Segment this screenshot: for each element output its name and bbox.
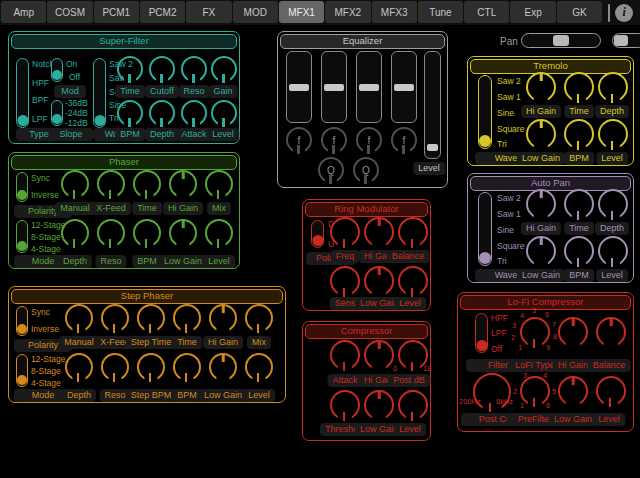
mix-knob[interactable] [245,304,273,332]
low-gain-knob[interactable] [558,376,588,406]
threshold-knob[interactable] [330,390,360,420]
level-knob[interactable] [398,266,428,296]
polarity-thumb[interactable] [17,190,27,200]
tab-mfx2[interactable]: MFX2 [325,1,370,23]
bpm-knob[interactable] [564,119,594,149]
eq-freq-knob[interactable]: f [321,127,347,153]
x-feed-knob[interactable] [97,170,125,198]
level-knob[interactable] [205,219,233,247]
low-gain-knob[interactable] [364,266,394,296]
sf-wave-slider-thumb[interactable] [94,115,105,126]
pan-slider-thumb[interactable] [553,35,569,46]
tab-exp[interactable]: Exp [510,1,555,23]
eq-band-slider[interactable] [321,51,347,123]
rm-polarity-thumb[interactable] [312,235,323,246]
level-knob[interactable] [398,390,428,420]
filter-type-slider-thumb[interactable] [17,115,28,126]
eq-freq-knob[interactable]: f [356,127,382,153]
time-knob[interactable] [133,170,161,198]
x-feed-knob[interactable] [101,304,129,332]
freq-knob[interactable] [330,217,360,247]
tab-mod[interactable]: MOD [233,1,278,23]
power-toggle-thumb[interactable] [52,70,62,80]
level-knob[interactable] [211,100,237,126]
mix-knob[interactable] [205,170,233,198]
attack-knob[interactable] [330,340,360,370]
hi-gain-knob[interactable] [526,72,556,102]
eq-band-slider[interactable] [356,51,382,123]
reso-knob[interactable] [101,353,129,381]
manual-knob[interactable] [65,304,93,332]
tab-amp[interactable]: Amp [1,1,46,23]
time-knob[interactable] [564,189,594,219]
reso-knob[interactable] [181,56,207,82]
eq-band-thumb[interactable] [289,84,309,91]
tab-fx[interactable]: FX [186,1,231,23]
tab-mfx1[interactable]: MFX1 [279,1,324,23]
level-knob[interactable] [598,236,628,266]
hi-gain-knob[interactable] [169,170,197,198]
time-knob[interactable] [564,72,594,102]
reso-knob[interactable] [97,219,125,247]
auto-pan-wave-slider[interactable] [478,192,492,266]
right-edge-slider-thumb[interactable] [614,35,628,46]
tab-pcm1[interactable]: PCM1 [94,1,139,23]
tab-gk[interactable]: GK [557,1,602,23]
eq-q-knob[interactable]: Q [353,157,379,183]
low-gain-knob[interactable] [526,236,556,266]
tremolo-wave-slider[interactable] [478,75,492,149]
depth-knob[interactable] [65,353,93,381]
bpm-knob[interactable] [564,236,594,266]
depth-knob[interactable] [149,100,175,126]
eq-band-slider[interactable] [286,51,312,123]
bpm-knob[interactable] [117,100,143,126]
eq-band-thumb[interactable] [324,84,344,91]
attack-knob[interactable] [181,100,207,126]
eq-band-thumb[interactable] [359,84,379,91]
cutoff-knob[interactable] [149,56,175,82]
mod-button[interactable]: Mod [54,85,86,98]
time-knob[interactable] [173,304,201,332]
eq-level-thumb[interactable] [427,144,438,151]
slope-slider-thumb[interactable] [52,114,62,124]
level-knob[interactable] [598,119,628,149]
pan-slider[interactable] [521,33,601,48]
polarity-thumb[interactable] [17,324,27,334]
sf-wave-slider[interactable] [93,58,106,128]
mode-thumb[interactable] [17,375,27,385]
filter-type-slider[interactable] [16,58,29,128]
hi-gain-knob[interactable] [364,217,394,247]
tremolo-wave-thumb[interactable] [479,135,491,147]
eq-level-slider[interactable] [424,51,441,159]
manual-knob[interactable] [61,170,89,198]
level-knob[interactable] [596,376,626,406]
eq-freq-knob[interactable]: f [286,127,312,153]
tab-mfx3[interactable]: MFX3 [372,1,417,23]
depth-knob[interactable] [61,219,89,247]
low-gain-knob[interactable] [209,353,237,381]
tab-cosm[interactable]: COSM [47,1,92,23]
info-icon[interactable]: i [615,4,633,22]
hi-gain-knob[interactable] [364,340,394,370]
low-gain-knob[interactable] [364,390,394,420]
bpm-knob[interactable] [133,219,161,247]
tab-ctl[interactable]: CTL [464,1,509,23]
right-edge-slider[interactable] [612,33,640,48]
lofi-filter-thumb[interactable] [476,340,487,351]
eq-band-thumb[interactable] [394,84,414,91]
power-toggle[interactable] [51,58,63,82]
eq-freq-knob[interactable]: f [391,127,417,153]
depth-knob[interactable] [598,72,628,102]
polarity-slider[interactable] [16,172,28,202]
hi-gain-knob[interactable] [558,317,588,347]
mode-slider[interactable] [16,354,28,387]
tab-pcm2[interactable]: PCM2 [140,1,185,23]
depth-knob[interactable] [598,189,628,219]
hi-gain-knob[interactable] [526,189,556,219]
level-knob[interactable] [245,353,273,381]
bpm-knob[interactable] [173,353,201,381]
mode-slider[interactable] [16,220,28,253]
lofi-filter-slider[interactable] [475,313,488,353]
low-gain-knob[interactable] [526,119,556,149]
eq-band-slider[interactable] [391,51,417,123]
